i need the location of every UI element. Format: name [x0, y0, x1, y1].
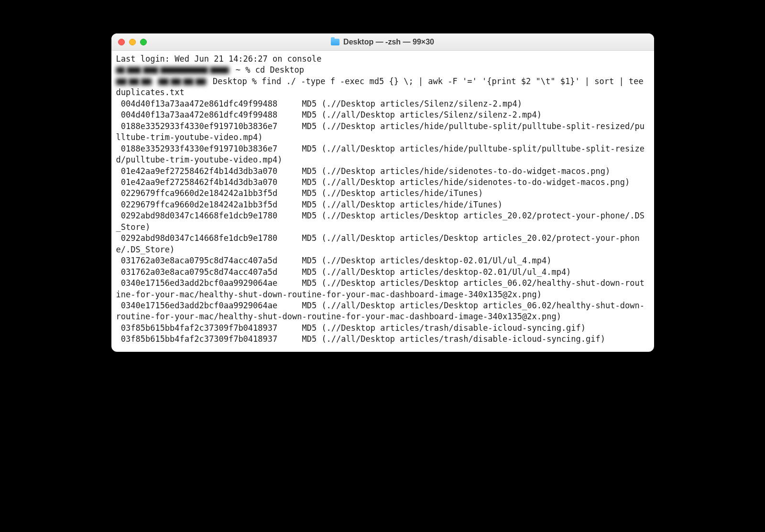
- titlebar[interactable]: Desktop — -zsh — 99×30: [111, 33, 654, 51]
- prompt-1: ~ %: [231, 65, 255, 75]
- prompt-2: Desktop %: [208, 76, 262, 86]
- terminal-window: Desktop — -zsh — 99×30 Last login: Wed J…: [111, 33, 654, 352]
- output-line: 0340e17156ed3add2bcf0aa9929064ae MD5 (./…: [116, 301, 645, 321]
- output-line: 03f85b615bb4faf2c37309f7b0418937 MD5 (./…: [116, 323, 586, 333]
- output-line: 031762a03e8aca0795c8d74acc407a5d MD5 (./…: [116, 256, 552, 265]
- output-line: 03f85b615bb4faf2c37309f7b0418937 MD5 (./…: [116, 334, 606, 344]
- redacted-text: [141, 78, 152, 85]
- command-1: cd Desktop: [255, 65, 304, 75]
- window-title: Desktop — -zsh — 99×30: [111, 38, 654, 46]
- output-line: 01e42aa9ef27258462f4b14d3db3a070 MD5 (./…: [116, 166, 611, 176]
- redacted-text: [129, 78, 139, 85]
- redacted-text: [116, 67, 125, 74]
- zoom-icon[interactable]: [140, 39, 147, 45]
- redacted-text: [116, 78, 127, 85]
- output-line: 01e42aa9ef27258462f4b14d3db3a070 MD5 (./…: [116, 177, 630, 187]
- terminal-output[interactable]: Last login: Wed Jun 21 14:26:27 on conso…: [111, 51, 654, 352]
- output-line: 0292abd98d0347c14668fe1dcb9e1780 MD5 (./…: [116, 233, 640, 254]
- minimize-icon[interactable]: [129, 39, 136, 45]
- redacted-text: [183, 78, 194, 85]
- output-line: 004d40f13a73aa472e861dfc49f99488 MD5 (./…: [116, 99, 523, 109]
- output-line: 004d40f13a73aa472e861dfc49f99488 MD5 (./…: [116, 110, 542, 119]
- output-line: 0340e17156ed3add2bcf0aa9929064ae MD5 (./…: [116, 278, 645, 299]
- window-title-text: Desktop — -zsh — 99×30: [343, 38, 434, 46]
- output-line: 0188e3352933f4330ef919710b3836e7 MD5 (./…: [116, 121, 645, 142]
- redacted-text: [127, 67, 141, 74]
- folder-icon: [331, 39, 339, 45]
- output-line: 0292abd98d0347c14668fe1dcb9e1780 MD5 (./…: [116, 211, 645, 231]
- redacted-text: [210, 67, 229, 74]
- output-line: 031762a03e8aca0795c8d74acc407a5d MD5 (./…: [116, 267, 571, 277]
- redacted-text: [160, 67, 208, 74]
- output-line: 0188e3352933f4330ef919710b3836e7 MD5 (./…: [116, 144, 645, 164]
- close-icon[interactable]: [118, 39, 125, 45]
- redacted-text: [171, 78, 181, 85]
- output-line: 0229679ffca9660d2e184242a1bb3f5d MD5 (./…: [116, 188, 483, 198]
- output-line: 0229679ffca9660d2e184242a1bb3f5d MD5 (./…: [116, 200, 503, 209]
- redacted-text: [196, 78, 206, 85]
- redacted-text: [143, 67, 158, 74]
- window-controls: [111, 39, 147, 45]
- redacted-text: [158, 78, 169, 85]
- last-login-line: Last login: Wed Jun 21 14:26:27 on conso…: [116, 54, 322, 64]
